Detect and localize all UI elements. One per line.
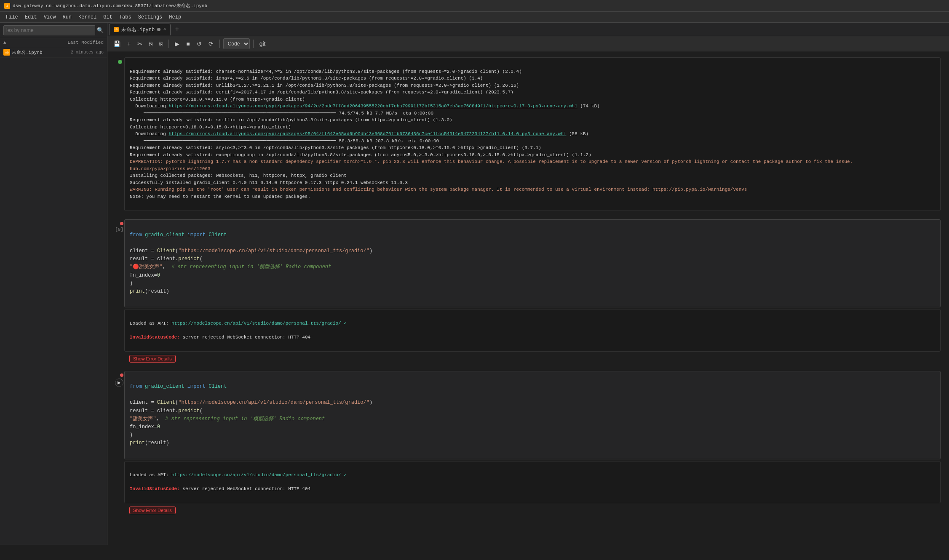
kernel-connected-dot <box>118 60 122 64</box>
cell-output-10: Loaded as API: https://modelscope.cn/api… <box>124 461 941 504</box>
sidebar: 🔍 ▲ Last Modified nb 未命名.ipynb 2 minutes… <box>0 23 107 545</box>
page-title: dsw-gateway-cn-hangzhou.data.aliyun.com/… <box>13 3 207 9</box>
notebook-area: nb 未命名.ipynb × + 💾 + ✂ ⎘ ⎗ ▶ ■ ↺ ⟳ Code … <box>107 23 949 545</box>
menu-settings[interactable]: Settings <box>135 13 166 21</box>
tab-close-button[interactable]: × <box>163 27 166 32</box>
tab-file-icon: nb <box>114 27 119 32</box>
search-icon[interactable]: 🔍 <box>97 27 104 34</box>
file-icon: nb <box>3 49 10 56</box>
notebook-toolbar: 💾 + ✂ ⎘ ⎗ ▶ ■ ↺ ⟳ Code git <box>107 36 949 51</box>
show-error-details-container-10: Show Error Details <box>124 505 941 514</box>
cell-code-10[interactable]: from gradio_client import Client client … <box>124 371 941 459</box>
toolbar-sep-2 <box>219 40 220 48</box>
code-cell-9: [9] from gradio_client import Client cli… <box>124 219 941 363</box>
sidebar-file-list: nb 未命名.ipynb 2 minutes ago <box>0 47 107 545</box>
menu-kernel[interactable]: Kernel <box>75 13 100 21</box>
toolbar-sep-3 <box>253 40 254 48</box>
cell-output-1: Requirement already satisfied: charset-n… <box>124 57 941 211</box>
show-error-details-container: Show Error Details <box>124 353 941 363</box>
sidebar-search-container: 🔍 <box>0 23 107 38</box>
menu-bar: File Edit View Run Kernel Git Tabs Setti… <box>0 12 949 23</box>
git-button[interactable]: git <box>257 38 268 49</box>
menu-edit[interactable]: Edit <box>21 13 40 21</box>
cell-gutter-10: ▶ <box>107 371 123 387</box>
col-modified-header: Last Modified <box>53 40 104 45</box>
run-cell-button[interactable]: ▶ <box>172 38 182 49</box>
menu-tabs[interactable]: Tabs <box>116 13 135 21</box>
stop-button[interactable]: ■ <box>184 38 192 49</box>
output-cell-1: Requirement already satisfied: charset-n… <box>124 57 941 211</box>
main-layout: 🔍 ▲ Last Modified nb 未命名.ipynb 2 minutes… <box>0 23 949 545</box>
title-bar: J dsw-gateway-cn-hangzhou.data.aliyun.co… <box>0 0 949 12</box>
run-cell-10-button[interactable]: ▶ <box>115 379 123 387</box>
menu-help[interactable]: Help <box>166 13 184 21</box>
cell-gutter-9: [9] <box>107 219 123 232</box>
toolbar-sep-1 <box>168 40 169 48</box>
tab-label: 未命名.ipynb <box>121 26 155 33</box>
show-error-details-button-9[interactable]: Show Error Details <box>129 355 176 363</box>
cut-button[interactable]: ✂ <box>135 38 145 49</box>
file-name: 未命名.ipynb <box>12 49 61 56</box>
menu-run[interactable]: Run <box>59 13 75 21</box>
show-error-details-button-10[interactable]: Show Error Details <box>129 507 176 514</box>
cell-warning-marker-10 <box>120 373 123 377</box>
new-tab-button[interactable]: + <box>171 24 182 35</box>
tab-bar: nb 未命名.ipynb × + <box>107 23 949 36</box>
restart-run-button[interactable]: ⟳ <box>206 38 216 49</box>
cell-code-9[interactable]: from gradio_client import Client client … <box>124 219 941 308</box>
cell-warning-marker <box>120 222 123 225</box>
list-item[interactable]: nb 未命名.ipynb 2 minutes ago <box>0 47 107 58</box>
cell-output-9: Loaded as API: https://modelscope.cn/api… <box>124 309 941 352</box>
cell-number: [9] <box>115 227 123 232</box>
browser-favicon: J <box>4 3 10 9</box>
tab-unsaved-dot <box>157 28 160 31</box>
menu-git[interactable]: Git <box>100 13 116 21</box>
paste-button[interactable]: ⎗ <box>157 38 165 49</box>
cell-divider-1 <box>107 213 949 218</box>
cell-divider-2 <box>107 364 949 369</box>
sidebar-header: ▲ Last Modified <box>0 38 107 47</box>
notebook-tab[interactable]: nb 未命名.ipynb × <box>109 24 171 35</box>
cell-gutter-1 <box>107 57 123 64</box>
save-button[interactable]: 💾 <box>111 38 123 49</box>
cell-type-select[interactable]: Code <box>223 38 250 49</box>
search-input[interactable] <box>3 25 95 35</box>
menu-file[interactable]: File <box>3 13 21 21</box>
menu-view[interactable]: View <box>40 13 59 21</box>
restart-button[interactable]: ↺ <box>194 38 204 49</box>
code-cell-10: ▶ from gradio_client import Client clien… <box>124 371 941 514</box>
notebook-content: Requirement already satisfied: charset-n… <box>107 51 949 545</box>
add-cell-button[interactable]: + <box>125 38 133 49</box>
copy-button[interactable]: ⎘ <box>147 38 155 49</box>
col-name-header: ▲ <box>3 40 53 45</box>
file-modified-time: 2 minutes ago <box>61 50 104 55</box>
